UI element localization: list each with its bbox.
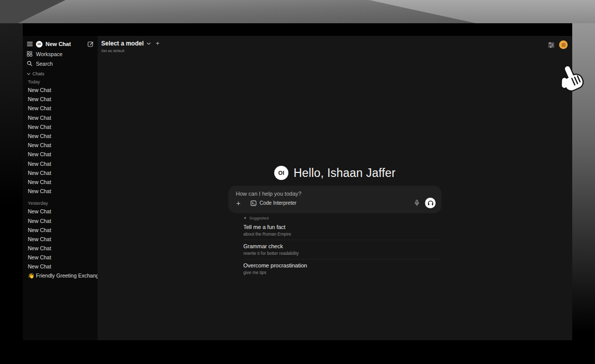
chat-list-item[interactable]: New Chat [23, 141, 98, 150]
chat-sections: TodayNew ChatNew ChatNew ChatNew ChatNew… [23, 78, 98, 281]
chat-list-item[interactable]: New Chat [23, 253, 98, 262]
suggestion-list: Tell me a fun factabout the Roman Empire… [243, 221, 441, 278]
app-logo-icon: OI [36, 41, 42, 48]
chat-list-item[interactable]: New Chat [23, 187, 98, 196]
chat-list-item[interactable]: New Chat [23, 235, 98, 244]
controls-icon[interactable] [548, 42, 555, 48]
new-chat-icon[interactable] [88, 41, 94, 47]
chat-list-item[interactable]: New Chat [23, 131, 98, 141]
sidebar-item-search[interactable]: Search [23, 59, 98, 68]
suggested-section: ✦ Suggested Tell me a fun factabout the … [229, 215, 441, 278]
chat-list-item[interactable]: New Chat [23, 207, 98, 216]
suggestion-title: Tell me a fun fact [243, 224, 441, 230]
chat-list-item[interactable]: New Chat [23, 95, 98, 104]
suggestion-subtitle: rewrite it for better readability [243, 251, 441, 256]
chats-section-header[interactable]: Chats [23, 70, 98, 77]
workspace-icon [27, 51, 32, 57]
chat-list-item[interactable]: New Chat [23, 104, 98, 113]
chevron-down-icon [27, 73, 30, 75]
chat-list-item[interactable]: New Chat [23, 244, 98, 253]
model-selector[interactable]: Select a model + [101, 40, 159, 47]
main-panel: Select a model + Set as default [98, 36, 572, 340]
app-window: OI New Chat Workspace [23, 23, 572, 340]
greeting-row: OI Hello, Ishaan Jaffer [229, 166, 441, 180]
suggestion-item[interactable]: Overcome procrastinationgive me tips [243, 259, 441, 278]
chat-list-item[interactable]: New Chat [23, 262, 98, 271]
sidebar-item-label: Workspace [36, 51, 62, 57]
search-icon [27, 61, 32, 66]
suggestion-item[interactable]: Grammar checkrewrite it for better reada… [243, 240, 441, 259]
user-avatar[interactable] [559, 40, 568, 49]
add-model-button[interactable]: + [156, 40, 159, 47]
set-as-default-button[interactable]: Set as default [101, 49, 159, 53]
sparkle-icon: ✦ [243, 216, 247, 220]
chat-list-item[interactable]: New Chat [23, 216, 98, 225]
sidebar-item-workspace[interactable]: Workspace [23, 49, 98, 59]
chat-list-item[interactable]: New Chat [23, 85, 98, 95]
chat-list-item[interactable]: New Chat [23, 113, 98, 122]
suggestion-subtitle: give me tips [243, 270, 441, 275]
desktop-wallpaper-right [572, 23, 595, 333]
sidebar: OI New Chat Workspace [23, 36, 98, 340]
chat-input-placeholder[interactable]: How can I help you today? [229, 186, 441, 197]
desktop-wallpaper-left [0, 23, 23, 205]
chat-list-item[interactable]: New Chat [23, 168, 98, 177]
sidebar-toggle-icon[interactable] [27, 41, 33, 47]
suggestion-title: Grammar check [243, 243, 441, 249]
chat-list-item[interactable]: 👋 Friendly Greeting Exchange [23, 271, 98, 281]
suggested-header: ✦ Suggested [243, 215, 441, 221]
chevron-down-icon [147, 42, 151, 45]
sidebar-item-label: Search [36, 61, 53, 67]
code-interpreter-toggle[interactable]: Code Interpreter [250, 200, 296, 206]
code-interpreter-icon [250, 200, 257, 206]
headphones-icon [428, 200, 434, 206]
chats-section-label: Chats [32, 71, 45, 76]
sidebar-title: New Chat [46, 41, 71, 47]
avatar-glyph [562, 43, 566, 47]
sidebar-header: OI New Chat [23, 39, 98, 49]
chat-section-label: Yesterday [23, 200, 98, 207]
chat-list-item[interactable]: New Chat [23, 225, 98, 235]
chat-list-item[interactable]: New Chat [23, 177, 98, 187]
code-interpreter-label: Code Interpreter [260, 200, 296, 206]
chat-list-item[interactable]: New Chat [23, 122, 98, 131]
microphone-icon[interactable] [414, 200, 419, 206]
suggested-label: Suggested [249, 216, 269, 220]
suggestion-title: Overcome procrastination [243, 262, 441, 268]
greeting-text: Hello, Ishaan Jaffer [293, 166, 396, 180]
suggestion-subtitle: about the Roman Empire [243, 232, 441, 237]
model-selector-label: Select a model [101, 40, 144, 47]
chat-input-box[interactable]: How can I help you today? + Code Interpr… [229, 186, 441, 213]
window-topbar [23, 23, 572, 36]
app-logo-icon: OI [274, 166, 288, 180]
chat-section-label: Today [23, 78, 98, 85]
chat-list-item[interactable]: New Chat [23, 159, 98, 168]
voice-call-button[interactable] [425, 198, 436, 208]
attach-button[interactable]: + [235, 200, 242, 207]
chat-list-item[interactable]: New Chat [23, 150, 98, 159]
suggestion-item[interactable]: Tell me a fun factabout the Roman Empire [243, 221, 441, 240]
